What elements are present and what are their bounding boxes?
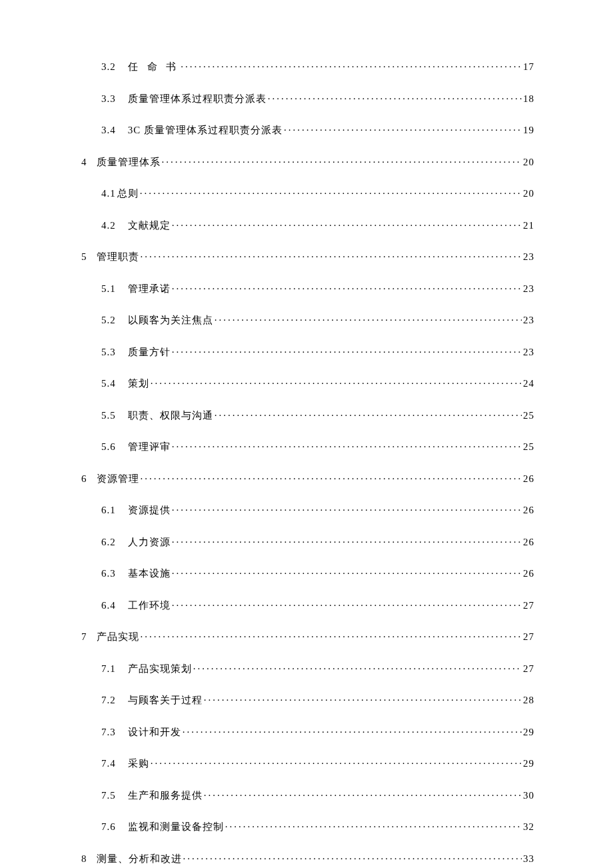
toc-entry: 6.3基本设施26 xyxy=(81,567,534,580)
toc-page-number: 26 xyxy=(523,505,534,516)
toc-title: 生产和服务提供 xyxy=(128,789,203,802)
toc-leader-dots xyxy=(268,92,522,102)
toc-number: 6.4 xyxy=(101,600,116,611)
toc-title: 产品实现 xyxy=(97,631,139,643)
toc-entry: 5.5职责、权限与沟通25 xyxy=(81,409,534,422)
toc-entry: 6.1资源提供26 xyxy=(81,503,534,517)
toc-title: 人力资源 xyxy=(128,536,171,549)
toc-number: 5.3 xyxy=(101,347,116,358)
toc-entry: 8测量、分析和改进33 xyxy=(81,852,534,865)
toc-leader-dots xyxy=(172,219,522,229)
toc-entry: 5管理职责23 xyxy=(81,250,534,263)
toc-page-number: 29 xyxy=(523,758,534,769)
toc-leader-dots xyxy=(151,377,522,387)
toc-entry: 7产品实现27 xyxy=(81,630,534,643)
toc-title: 产品实现策划 xyxy=(128,663,192,675)
toc-title: 职责、权限与沟通 xyxy=(128,409,213,422)
toc-title: 与顾客关于过程 xyxy=(128,694,203,707)
toc-page-number: 23 xyxy=(523,283,534,295)
toc-page-number: 27 xyxy=(523,600,534,611)
toc-page-number: 26 xyxy=(523,537,534,548)
toc-entry: 7.3设计和开发29 xyxy=(81,725,534,739)
toc-title: 质量方针 xyxy=(128,346,171,359)
toc-page-number: 19 xyxy=(523,125,534,136)
toc-entry: 7.6监视和测量设备控制32 xyxy=(81,820,534,833)
toc-title: 以顾客为关注焦点 xyxy=(128,314,213,327)
toc-number: 6.2 xyxy=(101,537,116,548)
toc-title: 工作环境 xyxy=(128,599,171,612)
toc-page-number: 24 xyxy=(523,378,534,389)
toc-title: 任 命 书 xyxy=(128,61,180,73)
toc-entry: 3.43C 质量管理体系过程职责分派表19 xyxy=(81,123,534,137)
toc-leader-dots xyxy=(172,599,522,609)
toc-entry: 4.2文献规定21 xyxy=(81,219,534,232)
toc-leader-dots xyxy=(181,60,522,70)
toc-entry: 3.3质量管理体系过程职责分派表18 xyxy=(81,92,534,105)
toc-entry: 3.2任 命 书17 xyxy=(81,60,534,73)
toc-leader-dots xyxy=(172,440,522,450)
toc-number: 4.2 xyxy=(101,220,116,231)
toc-leader-dots xyxy=(172,503,522,513)
toc-title: 管理职责 xyxy=(97,251,139,263)
toc-number: 5.6 xyxy=(101,441,116,453)
toc-leader-dots xyxy=(141,472,522,482)
toc-number: 7.3 xyxy=(101,727,116,738)
toc-page-number: 20 xyxy=(523,157,534,168)
toc-number: 3.2 xyxy=(101,61,116,73)
toc-title: 资源提供 xyxy=(128,504,171,517)
toc-entry: 6.2人力资源26 xyxy=(81,535,534,549)
toc-page-number: 23 xyxy=(523,347,534,358)
toc-page-number: 30 xyxy=(523,790,534,801)
toc-entry: 7.4采购29 xyxy=(81,757,534,770)
toc-leader-dots xyxy=(162,155,522,165)
toc-leader-dots xyxy=(284,123,522,133)
toc-title: 3C 质量管理体系过程职责分派表 xyxy=(128,124,283,137)
toc-title: 质量管理体系 xyxy=(97,156,161,169)
toc-leader-dots xyxy=(225,820,522,830)
toc-title: 设计和开发 xyxy=(128,726,181,739)
toc-title: 基本设施 xyxy=(128,567,171,580)
toc-entry: 5.3质量方针23 xyxy=(81,345,534,359)
toc-leader-dots xyxy=(140,187,522,197)
toc-page-number: 20 xyxy=(523,188,534,199)
toc-title: 资源管理 xyxy=(97,473,139,485)
toc-title: 管理评审 xyxy=(128,441,171,453)
toc-entry: 4质量管理体系20 xyxy=(81,155,534,169)
toc-number: 4 xyxy=(81,157,87,168)
toc-entry: 5.2以顾客为关注焦点23 xyxy=(81,313,534,327)
toc-leader-dots xyxy=(151,757,522,767)
toc-number: 4.1 xyxy=(101,188,116,199)
toc-page-number: 33 xyxy=(523,853,534,865)
toc-number: 8 xyxy=(81,853,87,865)
toc-page-number: 21 xyxy=(523,220,534,231)
toc-number: 5.1 xyxy=(101,283,116,295)
toc-page-number: 23 xyxy=(523,315,534,326)
table-of-contents: 3.2任 命 书173.3质量管理体系过程职责分派表183.43C 质量管理体系… xyxy=(81,60,534,865)
toc-page-number: 25 xyxy=(523,441,534,453)
toc-number: 6.3 xyxy=(101,568,116,579)
toc-entry: 5.4策划24 xyxy=(81,377,534,390)
toc-page-number: 29 xyxy=(523,727,534,738)
toc-number: 7 xyxy=(81,631,87,643)
toc-page-number: 27 xyxy=(523,631,534,643)
toc-number: 3.3 xyxy=(101,93,116,105)
toc-number: 5.2 xyxy=(101,315,116,326)
toc-page-number: 26 xyxy=(523,473,534,485)
toc-leader-dots xyxy=(215,409,522,419)
toc-title: 策划 xyxy=(128,377,149,390)
toc-number: 5 xyxy=(81,251,87,263)
toc-entry: 4.1总则20 xyxy=(81,187,534,200)
toc-entry: 7.5生产和服务提供30 xyxy=(81,789,534,802)
toc-page-number: 18 xyxy=(523,93,534,105)
toc-page-number: 32 xyxy=(523,821,534,833)
toc-leader-dots xyxy=(141,630,522,640)
toc-entry: 7.2与顾客关于过程28 xyxy=(81,693,534,707)
toc-entry: 7.1产品实现策划27 xyxy=(81,662,534,675)
toc-number: 3.4 xyxy=(101,125,116,136)
toc-title: 测量、分析和改进 xyxy=(97,853,182,865)
toc-page-number: 28 xyxy=(523,695,534,706)
toc-page-number: 26 xyxy=(523,568,534,579)
toc-leader-dots xyxy=(141,250,522,260)
toc-leader-dots xyxy=(183,725,522,735)
toc-number: 7.4 xyxy=(101,758,116,769)
